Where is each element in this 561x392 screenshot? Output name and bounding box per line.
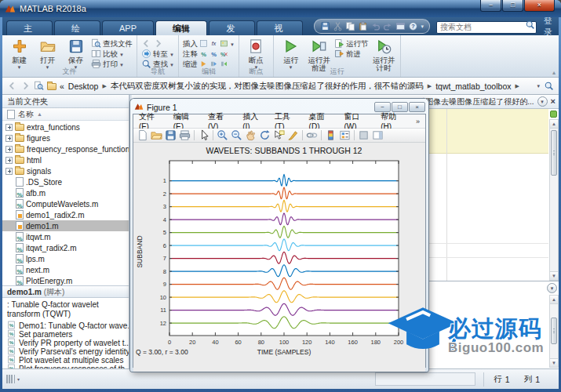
file-row-frequency_response_functions[interactable]: frequency_response_functions <box>2 143 129 154</box>
editor-actions-icon[interactable]: ▾ <box>537 96 548 107</box>
file-row-ComputeWavelets.m[interactable]: ComputeWavelets.m <box>2 198 129 209</box>
file-row-itqwt.m[interactable]: itqwt.m <box>2 231 129 242</box>
menu-overflow-icon[interactable]: » <box>416 118 420 125</box>
paste-icon[interactable] <box>358 21 368 31</box>
breadcrumb-dropdown-icon[interactable]: ▾ <box>537 83 540 89</box>
file-row-itqwt_radix2.m[interactable]: itqwt_radix2.m <box>2 242 129 253</box>
file-row-next.m[interactable]: next.m <box>2 264 129 275</box>
tab-APP[interactable]: APP <box>102 20 154 35</box>
nav-fwd-icon[interactable] <box>153 38 163 50</box>
breadcrumb-item[interactable]: 本代码双密度双树复小波的实现，对图像去噪图像压缩起了很好的作用，很不错的源码 <box>111 81 424 92</box>
expander-icon[interactable] <box>5 157 13 164</box>
editor-scrollbar[interactable]: ▲ ▼ <box>549 119 559 281</box>
file-row-demo1.m[interactable]: demo1.m <box>2 220 129 231</box>
section-item[interactable]: %Verify PR property of wavelet t... <box>7 339 127 347</box>
redo-icon[interactable] <box>383 21 393 31</box>
file-row-figures[interactable]: figures <box>2 132 129 143</box>
file-row-PlotEnergy.m[interactable]: PlotEnergy.m <box>2 275 129 285</box>
file-row-extra_functions[interactable]: extra_functions <box>2 122 129 132</box>
maximize-button[interactable]: □ <box>502 0 523 12</box>
fig-save-icon[interactable] <box>164 129 177 142</box>
pointer-icon[interactable] <box>197 129 210 142</box>
figure-window[interactable]: Figure 1 − □ × 文件(F)编辑(E)查看(V)插入(I)工具(T)… <box>130 99 428 372</box>
mini-fx-icon[interactable]: fx <box>209 39 218 49</box>
section-item[interactable]: %Demo1: Tunable Q-factor wave... <box>7 321 127 330</box>
file-row-signals[interactable]: signals <box>2 165 129 176</box>
注释-button[interactable]: 注释%%% <box>183 49 235 60</box>
file-row-html[interactable]: html <box>2 154 129 165</box>
breadcrumb-separator-icon[interactable]: ▶ <box>102 83 106 89</box>
rotate-3d-icon[interactable] <box>258 129 271 142</box>
search-icon[interactable] <box>525 20 535 30</box>
断点-button[interactable]: 断点▼ <box>243 37 269 70</box>
pan-hand-icon[interactable] <box>244 129 257 142</box>
fig-print-icon[interactable] <box>178 129 191 142</box>
ribbon-collapse-icon[interactable]: ▴ <box>552 69 556 76</box>
运行-button[interactable]: 运行▼ <box>278 37 304 70</box>
插入-button[interactable]: 插入fx▼ <box>183 39 235 49</box>
scroll-down-icon[interactable]: ▼ <box>550 271 558 280</box>
新建-button[interactable]: 新建▼ <box>6 37 32 70</box>
scroll-up-icon[interactable]: ▲ <box>550 120 558 129</box>
legend-icon[interactable] <box>338 129 352 142</box>
forward-icon[interactable] <box>20 81 31 91</box>
section-item[interactable]: %Set parameters <box>7 330 127 339</box>
breadcrumb-separator-icon[interactable]: ▶ <box>515 83 519 89</box>
colorbar-icon[interactable] <box>324 129 337 142</box>
section-item[interactable]: %Plot frequency responses of th... <box>7 365 127 368</box>
mini-img-icon[interactable] <box>220 39 228 49</box>
tab-编辑器[interactable]: 编辑器 <box>155 20 207 35</box>
undo-icon[interactable] <box>370 21 381 31</box>
fig-open-icon[interactable] <box>150 129 163 142</box>
login-link[interactable]: 登录 <box>544 16 559 38</box>
file-row-demo1_radix2.m[interactable]: demo1_radix2.m <box>2 209 129 220</box>
expander-icon[interactable] <box>5 168 13 175</box>
lower-panel-actions-icon[interactable]: ▾ <box>547 283 557 293</box>
section-item[interactable]: %Verify Parseval's energy identity <box>7 347 127 356</box>
file-row-afb.m[interactable]: afb.m <box>2 187 129 198</box>
window-icon[interactable] <box>395 21 406 31</box>
help-icon[interactable]: ? <box>408 21 418 31</box>
scroll-up-icon[interactable]: ▲ <box>550 296 558 304</box>
browse-folder-icon[interactable] <box>34 81 44 91</box>
zoom-out-icon[interactable] <box>230 129 243 142</box>
minimize-button[interactable]: − <box>480 0 501 12</box>
scroll-down-icon[interactable]: ▼ <box>550 358 558 367</box>
data-cursor-icon[interactable] <box>272 129 286 142</box>
copy-icon[interactable] <box>345 21 355 31</box>
breadcrumb-item[interactable]: tqwt_matlab_toolbox <box>435 82 511 91</box>
lower-scrollbar-thumb[interactable] <box>551 318 557 344</box>
breadcrumb-search-icon[interactable] <box>544 81 554 91</box>
figure-close-button[interactable]: × <box>409 102 425 112</box>
breadcrumb-item[interactable]: Desktop <box>68 82 99 91</box>
name-column-header[interactable]: 名称 ▲ <box>2 108 129 121</box>
show-tools-icon[interactable] <box>371 129 384 142</box>
expander-icon[interactable] <box>5 124 13 131</box>
mini-pctx-icon[interactable]: % <box>220 49 228 60</box>
section-item[interactable]: %Plot wavelet at multiple scales <box>7 356 127 365</box>
file-row-lps.m[interactable]: lps.m <box>2 253 129 264</box>
mini-pct-icon[interactable]: % <box>199 49 208 60</box>
tab-视图[interactable]: 视图 <box>257 20 303 35</box>
editor-scrollbar-thumb[interactable] <box>551 130 557 176</box>
expander-icon[interactable] <box>5 146 13 153</box>
close-button[interactable]: × <box>524 0 555 12</box>
tab-绘图[interactable]: 绘图 <box>54 20 100 35</box>
search-input[interactable] <box>436 21 537 34</box>
file-row-.DS_Store[interactable]: .DS_Store <box>2 176 129 187</box>
zoom-in-icon[interactable] <box>216 129 229 142</box>
hide-tools-icon[interactable] <box>357 129 370 142</box>
brush-icon[interactable] <box>286 129 300 142</box>
前进-button[interactable]: 前进 <box>334 49 369 60</box>
tab-发布[interactable]: 发布 <box>209 20 255 35</box>
back-icon[interactable] <box>7 81 17 91</box>
mini-pctg-icon[interactable]: % <box>209 49 218 60</box>
expander-icon[interactable] <box>5 135 13 142</box>
save-icon[interactable] <box>320 21 330 31</box>
status-grip[interactable]: ▾ <box>6 375 20 383</box>
保存-button[interactable]: 保存▼ <box>63 37 89 70</box>
打开-button[interactable]: 打开▼ <box>35 37 60 70</box>
lower-scrollbar[interactable]: ▲ ▼ <box>549 295 559 368</box>
mini-doc-icon[interactable] <box>199 39 208 49</box>
link-plots-icon[interactable] <box>305 129 319 142</box>
